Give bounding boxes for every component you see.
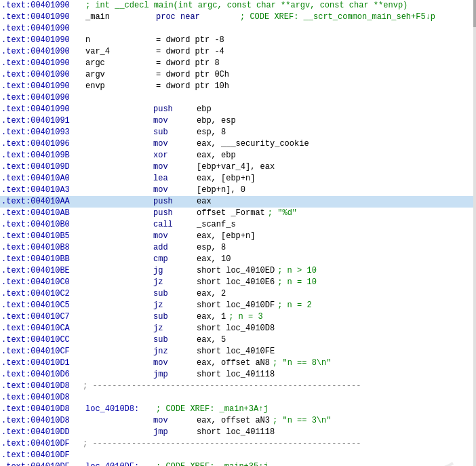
mnemonic: jz: [153, 300, 194, 311]
comment: ; n = 3: [229, 311, 262, 323]
scrollbar[interactable]: [473, 0, 476, 466]
table-row: .text:00401093subesp, 8: [0, 127, 476, 138]
address: .text:004010CF: [1, 346, 83, 357]
location-label: loc_4010DF:: [85, 461, 153, 466]
mnemonic: xor: [153, 150, 194, 161]
address: .text:004010C7: [1, 311, 83, 323]
mnemonic: jnz: [153, 346, 194, 357]
address: .text:0040109D: [1, 161, 83, 173]
table-row: .text:004010D1moveax, offset aN8; "n == …: [0, 357, 476, 369]
operand: eax, [ebp+n]: [197, 173, 255, 185]
table-row: .text:004010DFloc_4010DF:; CODE XREF: _m…: [0, 461, 476, 466]
operand: esp, 8: [197, 127, 226, 138]
address: .text:004010AA: [1, 196, 83, 208]
comment: ; CODE XREF: _main+35↑j: [156, 461, 269, 466]
table-row: .text:00401090var_4= dword ptr -4: [0, 46, 476, 58]
address: .text:004010DF: [1, 438, 83, 450]
address: .text:004010D8: [1, 381, 83, 392]
table-row: .text:00401090: [0, 92, 476, 104]
variable-label: n: [85, 35, 153, 46]
operand: offset _Format: [197, 208, 265, 219]
address: .text:004010C0: [1, 277, 83, 288]
mnemonic: proc near: [156, 12, 237, 23]
mnemonic: jz: [153, 277, 194, 288]
table-row: .text:004010A0leaeax, [ebp+n]: [0, 173, 476, 185]
operand: _scanf_s: [197, 219, 236, 231]
table-row: .text:004010CCsubeax, 5: [0, 334, 476, 346]
table-row: .text:00401090; int __cdecl main(int arg…: [0, 0, 476, 12]
table-row: .text:004010AApusheax: [0, 196, 476, 208]
table-row: .text:004010DF: [0, 450, 476, 461]
mnemonic: mov: [153, 415, 194, 427]
address: .text:004010B5: [1, 231, 83, 242]
address: .text:004010CA: [1, 323, 83, 334]
operand: ebp, esp: [197, 115, 236, 127]
address: .text:004010AB: [1, 208, 83, 219]
table-row: .text:004010D8 ; -----------------------…: [0, 381, 476, 392]
table-row: .text:004010D6jmpshort loc_401118: [0, 369, 476, 381]
table-row: .text:00401090pushebp: [0, 104, 476, 115]
mnemonic: mov: [153, 115, 194, 127]
address: .text:00401090: [1, 92, 83, 104]
comment: ; n = 2: [277, 300, 311, 311]
operand: = dword ptr 10h: [156, 81, 229, 92]
operand: short loc_4010D8: [197, 323, 275, 334]
table-row: .text:00401091movebp, esp: [0, 115, 476, 127]
address: .text:004010DD: [1, 427, 83, 438]
operand: eax, 10: [197, 254, 231, 265]
table-row: .text:004010BEjgshort loc_4010ED; n > 10: [0, 265, 476, 277]
table-row: .text:004010C2subeax, 2: [0, 288, 476, 300]
comment: ; "n == 8\n": [273, 357, 331, 369]
operand: short loc_401118: [197, 369, 275, 381]
address: .text:004010B8: [1, 242, 83, 254]
address: .text:00401090: [1, 35, 83, 46]
operand: esp, 8: [197, 242, 226, 254]
address: .text:00401090: [1, 58, 83, 69]
address: .text:004010C5: [1, 300, 83, 311]
comment: ; CODE XREF: __scrt_common_main_seh+F5↓p: [240, 12, 435, 23]
table-row: .text:004010B8addesp, 8: [0, 242, 476, 254]
table-row: .text:004010CAjzshort loc_4010D8: [0, 323, 476, 334]
comment: ; "%d": [268, 208, 297, 219]
operand: short loc_401118: [197, 427, 275, 438]
variable-label: argv: [85, 69, 153, 81]
address: .text:004010BE: [1, 265, 83, 277]
address: .text:00401091: [1, 115, 83, 127]
mnemonic: mov: [153, 357, 194, 369]
mnemonic: jg: [153, 265, 194, 277]
mnemonic: add: [153, 242, 194, 254]
address: .text:004010B0: [1, 219, 83, 231]
operand: eax, offset aN3: [197, 415, 270, 427]
comment: ; CODE XREF: _main+3A↑j: [156, 404, 269, 415]
operand: short loc_4010DF: [197, 300, 275, 311]
table-row: .text:004010DF ; -----------------------…: [0, 438, 476, 450]
mnemonic: jmp: [153, 427, 194, 438]
operand: = dword ptr -4: [156, 46, 224, 58]
operand: short loc_4010FE: [197, 346, 275, 357]
mnemonic: mov: [153, 231, 194, 242]
table-row: .text:00401090_mainproc near; CODE XREF:…: [0, 12, 476, 23]
table-row: .text:004010B5moveax, [ebp+n]: [0, 231, 476, 242]
operand: eax, ___security_cookie: [197, 138, 309, 150]
address: .text:004010A0: [1, 173, 83, 185]
variable-label: argc: [85, 58, 153, 69]
mnemonic: jmp: [153, 369, 194, 381]
mnemonic: mov: [153, 161, 194, 173]
mnemonic: push: [153, 104, 194, 115]
table-row: .text:0040109Dmov[ebp+var_4], eax: [0, 161, 476, 173]
operand: eax, [ebp+n]: [197, 231, 255, 242]
table-row: .text:004010D8moveax, offset aN3; "n == …: [0, 415, 476, 427]
comment: ; "n == 3\n": [273, 415, 331, 427]
address: .text:00401090: [1, 46, 83, 58]
variable-label: envp: [85, 81, 153, 92]
table-row: .text:004010C0jzshort loc_4010E6; n = 10: [0, 277, 476, 288]
address: .text:00401096: [1, 138, 83, 150]
table-row: .text:00401090envp= dword ptr 10h: [0, 81, 476, 92]
address: .text:00401090: [1, 23, 83, 35]
table-row: .text:004010CFjnzshort loc_4010FE: [0, 346, 476, 357]
operand: eax, offset aN8: [197, 357, 270, 369]
operand: eax, 1: [197, 311, 226, 323]
separator-line: ; --------------------------------------…: [83, 381, 361, 392]
operand: = dword ptr -8: [156, 35, 224, 46]
mnemonic: push: [153, 196, 194, 208]
